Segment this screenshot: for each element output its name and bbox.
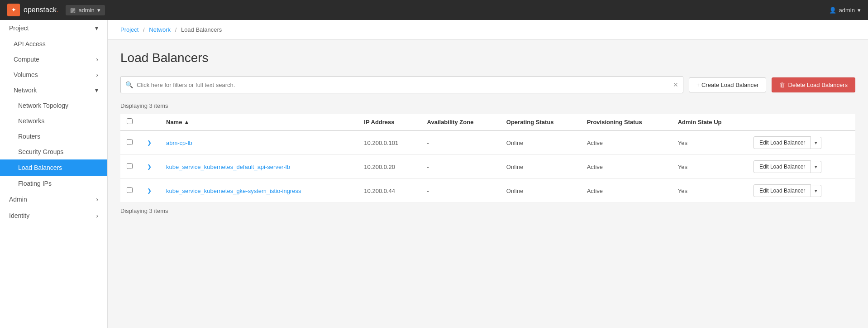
breadcrumb-network[interactable]: Network (149, 26, 171, 33)
action-btn-group-0: Edit Load Balancer ▾ (754, 136, 849, 149)
row-name-link-1[interactable]: kube_service_kubernetes_default_api-serv… (166, 164, 290, 170)
row-operating-status-0: Online (500, 130, 581, 155)
sidebar-item-identity[interactable]: Identity › (0, 207, 107, 224)
action-btn-group-2: Edit Load Balancer ▾ (754, 184, 849, 197)
sidebar-item-load-balancers[interactable]: Load Balancers (0, 159, 107, 176)
layout: Project ▾ API Access Compute › Volumes ›… (0, 20, 868, 328)
sidebar-item-admin[interactable]: Admin › (0, 191, 107, 207)
sidebar-item-project-label: Project (9, 24, 29, 32)
chevron-right-icon: › (96, 56, 98, 63)
table-row: ❯ kube_service_kubernetes_gke-system_ist… (120, 179, 855, 203)
row-az-2: - (421, 179, 500, 203)
logo-dot: . (57, 6, 58, 14)
row-name-link-2[interactable]: kube_service_kubernetes_gke-system_istio… (166, 188, 301, 194)
edit-load-balancer-button-2[interactable]: Edit Load Balancer (754, 184, 811, 197)
row-operating-status-1: Online (500, 155, 581, 179)
action-dropdown-2[interactable]: ▾ (811, 185, 821, 197)
item-count-bottom: Displaying 3 items (120, 207, 855, 214)
expand-button-0[interactable]: ❯ (145, 139, 153, 147)
load-balancers-table: Name ▲ IP Address Availability Zone Oper… (120, 114, 855, 203)
edit-load-balancer-button-1[interactable]: Edit Load Balancer (754, 160, 811, 173)
edit-load-balancer-button-0[interactable]: Edit Load Balancer (754, 136, 811, 149)
create-load-balancer-button[interactable]: + Create Load Balancer (689, 77, 767, 92)
sidebar-item-networks-label: Networks (18, 117, 44, 125)
col-actions (747, 114, 855, 130)
sidebar-item-routers-label: Routers (18, 133, 40, 140)
row-ip-2: 10.200.0.44 (358, 179, 420, 203)
admin-project-chevron: ▾ (97, 7, 100, 14)
search-box: 🔍 ✕ (120, 76, 683, 93)
sidebar-item-floating-ips[interactable]: Floating IPs (0, 176, 107, 191)
sidebar-item-routers[interactable]: Routers (0, 129, 107, 144)
sidebar-item-network-topology[interactable]: Network Topology (0, 98, 107, 113)
row-select-1[interactable] (127, 163, 133, 169)
chevron-right-icon: › (96, 196, 98, 203)
chevron-right-icon: › (96, 71, 98, 78)
col-admin-state: Admin State Up (672, 114, 747, 130)
row-provisioning-status-2: Active (581, 179, 672, 203)
row-name-link-0[interactable]: abm-cp-lb (166, 140, 192, 146)
col-name: Name ▲ (160, 114, 358, 130)
sidebar-item-network-topology-label: Network Topology (18, 102, 68, 109)
top-nav: ✦ openstack. ▨ admin ▾ 👤 admin ▾ (0, 0, 868, 20)
row-checkbox-2 (120, 179, 139, 203)
main-content: Project / Network / Load Balancers Load … (108, 20, 868, 328)
breadcrumb: Project / Network / Load Balancers (108, 20, 868, 40)
row-ip-0: 10.200.0.101 (358, 130, 420, 155)
chevron-down-icon: ▾ (95, 24, 98, 32)
logo-text: openstack. (24, 6, 58, 14)
action-dropdown-0[interactable]: ▾ (811, 137, 821, 149)
row-ip-1: 10.200.0.20 (358, 155, 420, 179)
row-expand-1: ❯ (139, 155, 160, 179)
sidebar-item-identity-label: Identity (9, 212, 29, 219)
row-expand-2: ❯ (139, 179, 160, 203)
search-clear-icon[interactable]: ✕ (673, 81, 678, 88)
sidebar-item-volumes-label: Volumes (14, 71, 38, 78)
sidebar-item-api-access[interactable]: API Access (0, 36, 107, 52)
sidebar-item-load-balancers-label: Load Balancers (18, 164, 62, 171)
row-name-0: abm-cp-lb (160, 130, 358, 155)
sidebar-item-project[interactable]: Project ▾ (0, 20, 107, 36)
row-select-0[interactable] (127, 139, 133, 145)
row-provisioning-status-0: Active (581, 130, 672, 155)
chevron-down-icon: ▾ (95, 87, 98, 94)
breadcrumb-sep-1: / (143, 26, 145, 33)
item-count-top: Displaying 3 items (120, 102, 855, 109)
sidebar-item-admin-label: Admin (9, 196, 27, 203)
chevron-right-icon: › (96, 212, 98, 219)
col-operating-status: Operating Status (500, 114, 581, 130)
row-actions-1: Edit Load Balancer ▾ (747, 155, 855, 179)
sidebar-item-compute-label: Compute (14, 56, 39, 63)
sidebar-item-security-groups-label: Security Groups (18, 148, 63, 155)
sidebar-item-network[interactable]: Network ▾ (0, 82, 107, 98)
sidebar-item-compute[interactable]: Compute › (0, 52, 107, 67)
table-row: ❯ abm-cp-lb 10.200.0.101 - Online Active… (120, 130, 855, 155)
row-az-0: - (421, 130, 500, 155)
admin-project-button[interactable]: ▨ admin ▾ (66, 5, 105, 15)
user-chevron: ▾ (858, 7, 861, 14)
content-area: Load Balancers 🔍 ✕ + Create Load Balance… (108, 40, 868, 225)
sidebar: Project ▾ API Access Compute › Volumes ›… (0, 20, 108, 328)
sidebar-item-floating-ips-label: Floating IPs (18, 180, 52, 187)
row-provisioning-status-1: Active (581, 155, 672, 179)
col-provisioning-status: Provisioning Status (581, 114, 672, 130)
row-select-2[interactable] (127, 187, 133, 193)
col-az: Availability Zone (421, 114, 500, 130)
breadcrumb-current: Load Balancers (181, 26, 222, 33)
admin-user-label: admin (839, 7, 855, 14)
sidebar-item-security-groups[interactable]: Security Groups (0, 144, 107, 159)
top-nav-right[interactable]: 👤 admin ▾ (829, 7, 861, 14)
select-all-checkbox[interactable] (127, 118, 133, 124)
expand-button-1[interactable]: ❯ (145, 163, 153, 171)
breadcrumb-project[interactable]: Project (120, 26, 138, 33)
search-input[interactable] (133, 82, 673, 88)
row-admin-state-1: Yes (672, 155, 747, 179)
table-header-row: Name ▲ IP Address Availability Zone Oper… (120, 114, 855, 130)
sidebar-item-networks[interactable]: Networks (0, 113, 107, 129)
user-icon: 👤 (829, 7, 836, 14)
sidebar-item-volumes[interactable]: Volumes › (0, 67, 107, 82)
action-dropdown-1[interactable]: ▾ (811, 161, 821, 173)
expand-button-2[interactable]: ❯ (145, 187, 153, 195)
delete-load-balancers-button[interactable]: 🗑 Delete Load Balancers (772, 77, 855, 92)
delete-label: Delete Load Balancers (788, 82, 848, 88)
